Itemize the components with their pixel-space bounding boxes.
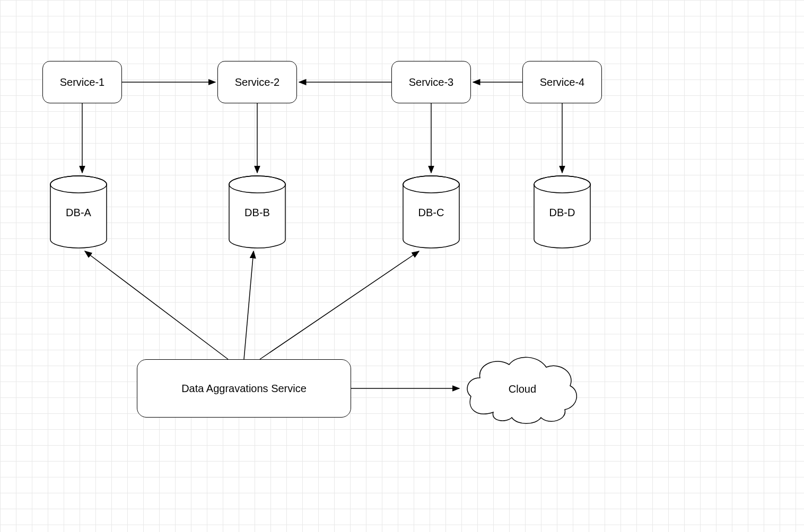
cloud-node: Cloud <box>461 349 583 428</box>
db-c-node: DB-C <box>402 175 460 249</box>
db-d-node: DB-D <box>533 175 591 249</box>
db-a-node: DB-A <box>49 175 108 249</box>
service-2-node: Service-2 <box>217 61 297 103</box>
edge-agg-dba <box>85 251 228 359</box>
service-4-label: Service-4 <box>540 76 584 88</box>
service-3-label: Service-3 <box>409 76 453 88</box>
db-b-node: DB-B <box>228 175 286 249</box>
edge-agg-dbc <box>260 251 419 359</box>
service-1-label: Service-1 <box>60 76 104 88</box>
db-d-label: DB-D <box>533 207 591 219</box>
edge-agg-dbb <box>244 251 254 359</box>
db-c-label: DB-C <box>402 207 460 219</box>
service-1-node: Service-1 <box>42 61 122 103</box>
aggregator-node: Data Aggravations Service <box>137 359 351 418</box>
diagram-canvas: Service-1 Service-2 Service-3 Service-4 … <box>0 0 804 532</box>
service-3-node: Service-3 <box>391 61 471 103</box>
service-2-label: Service-2 <box>235 76 279 88</box>
db-b-label: DB-B <box>228 207 286 219</box>
aggregator-label: Data Aggravations Service <box>181 383 307 395</box>
cloud-label: Cloud <box>461 383 583 395</box>
service-4-node: Service-4 <box>522 61 602 103</box>
db-a-label: DB-A <box>49 207 108 219</box>
